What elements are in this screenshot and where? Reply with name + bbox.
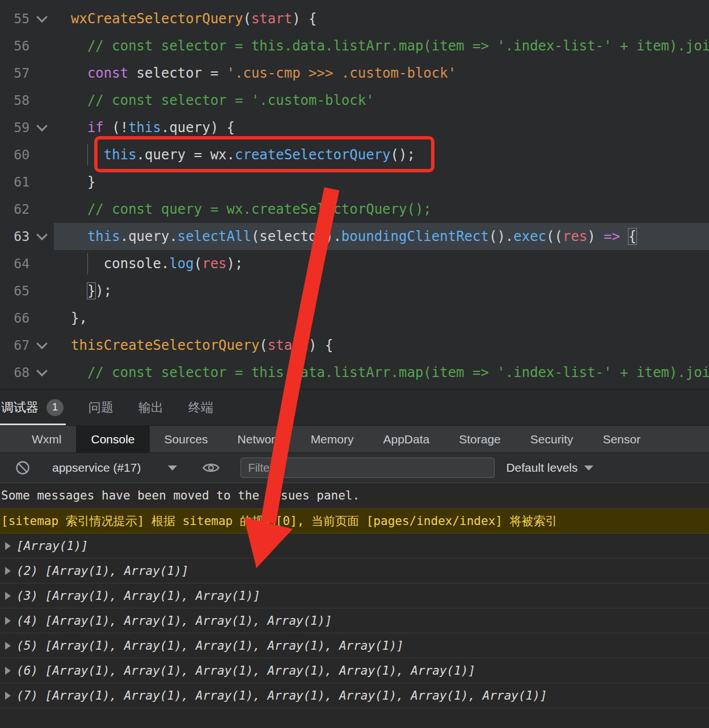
tab-console[interactable]: Console xyxy=(76,426,149,452)
debugger-tab-3[interactable]: 终端 xyxy=(188,390,213,425)
expand-triangle-icon[interactable] xyxy=(5,667,11,675)
code-text: this.query.selectAll(selector).boundingC… xyxy=(54,223,709,250)
console-message: Some messages have been moved to the Iss… xyxy=(0,483,709,509)
line-number: 60 xyxy=(0,141,29,168)
console-message[interactable]: (3) [Array(1), Array(1), Array(1)] xyxy=(0,583,709,608)
code-line[interactable]: 55wxCreateSelectorQuery(start) { xyxy=(0,5,709,32)
code-text: const selector = '.cus-cmp >>> .custom-b… xyxy=(54,60,709,87)
code-line[interactable]: 67thisCreateSelectorQuery(start) { xyxy=(0,332,709,359)
expand-triangle-icon[interactable] xyxy=(5,567,11,575)
fold-chevron-icon[interactable] xyxy=(29,332,54,359)
log-level-dropdown[interactable]: Default levels xyxy=(506,461,593,475)
code-text: } xyxy=(54,168,709,196)
code-line[interactable]: 63 this.query.selectAll(selector).boundi… xyxy=(0,223,709,250)
log-level-label: Default levels xyxy=(506,461,577,475)
context-selector-label: appservice (#17) xyxy=(52,461,141,475)
line-number: 56 xyxy=(0,32,29,60)
fold-spacer xyxy=(29,277,54,304)
console-output: Some messages have been moved to the Iss… xyxy=(0,483,709,728)
console-message-text: (5) [Array(1), Array(1), Array(1), Array… xyxy=(16,639,404,653)
context-selector-dropdown[interactable]: appservice (#17) xyxy=(52,461,177,475)
fold-chevron-icon[interactable] xyxy=(29,223,54,250)
line-number: 57 xyxy=(0,60,29,87)
code-line[interactable]: 62 // const query = wx.createSelectorQue… xyxy=(0,196,709,223)
expand-triangle-icon[interactable] xyxy=(5,592,11,600)
expand-triangle-icon[interactable] xyxy=(5,642,11,650)
code-editor[interactable]: 55wxCreateSelectorQuery(start) {56 // co… xyxy=(0,0,709,389)
console-message-text: (2) [Array(1), Array(1)] xyxy=(16,564,188,578)
console-message[interactable]: (4) [Array(1), Array(1), Array(1), Array… xyxy=(0,608,709,633)
code-text: // const selector = this.data.listArr.ma… xyxy=(54,32,709,60)
expand-triangle-icon[interactable] xyxy=(5,617,11,625)
tab-wxml[interactable]: Wxml xyxy=(17,426,76,452)
code-text: if (!this.query) { xyxy=(54,114,709,141)
fold-spacer xyxy=(29,196,54,223)
debugger-tab-label: 问题 xyxy=(88,399,113,416)
console-message-text: (3) [Array(1), Array(1), Array(1)] xyxy=(16,589,260,603)
fold-spacer xyxy=(29,168,54,196)
console-message-text: Some messages have been moved to the Iss… xyxy=(1,489,360,502)
line-number: 55 xyxy=(0,5,29,32)
fold-spacer xyxy=(29,87,54,114)
console-message-text: [Array(1)] xyxy=(16,539,88,553)
expand-triangle-icon[interactable] xyxy=(5,692,11,700)
code-line[interactable]: 56 // const selector = this.data.listArr… xyxy=(0,32,709,60)
tab-sources[interactable]: Sources xyxy=(150,426,223,452)
code-text: this.query = wx.createSelectorQuery(); xyxy=(54,141,709,168)
fold-spacer xyxy=(29,60,54,87)
devtools-tabbar: WxmlConsoleSourcesNetworkMemoryAppDataSt… xyxy=(0,425,709,452)
eye-icon[interactable] xyxy=(202,461,220,475)
fold-chevron-icon[interactable] xyxy=(29,5,54,32)
fold-spacer xyxy=(29,32,54,60)
line-number: 68 xyxy=(0,359,29,386)
code-line[interactable]: 68 // const selector = this.data.listArr… xyxy=(0,359,709,386)
debugger-tab-0[interactable]: 调试器1 xyxy=(1,390,64,425)
tab-memory[interactable]: Memory xyxy=(296,426,369,452)
code-line[interactable]: 57 const selector = '.cus-cmp >>> .custo… xyxy=(0,60,709,87)
console-message[interactable]: (5) [Array(1), Array(1), Array(1), Array… xyxy=(0,633,709,658)
line-number: 63 xyxy=(0,223,29,250)
code-line[interactable]: 59 if (!this.query) { xyxy=(0,114,709,141)
console-message[interactable]: (2) [Array(1), Array(1)] xyxy=(0,558,709,583)
clear-console-icon[interactable] xyxy=(15,460,31,476)
code-text: wxCreateSelectorQuery(start) { xyxy=(54,5,709,32)
tab-security[interactable]: Security xyxy=(516,426,588,452)
code-text: // const selector = '.custom-block' xyxy=(54,87,709,114)
tab-network[interactable]: Network xyxy=(223,426,296,452)
debugger-tab-label: 终端 xyxy=(188,399,213,416)
debugger-tabbar: 调试器1问题输出终端 xyxy=(0,389,709,425)
code-line[interactable]: 60 this.query = wx.createSelectorQuery()… xyxy=(0,141,709,168)
code-text: // const query = wx.createSelectorQuery(… xyxy=(54,196,709,223)
tab-sensor[interactable]: Sensor xyxy=(588,426,656,452)
code-line[interactable]: 61 } xyxy=(0,168,709,196)
console-toolbar: appservice (#17) Default levels xyxy=(0,452,709,483)
console-message-text: (4) [Array(1), Array(1), Array(1), Array… xyxy=(16,614,332,628)
console-message-text: (6) [Array(1), Array(1), Array(1), Array… xyxy=(16,664,475,678)
code-text: }); xyxy=(54,277,709,304)
console-message: [sitemap 索引情况提示] 根据 sitemap 的规则[0], 当前页面… xyxy=(0,509,709,534)
tab-storage[interactable]: Storage xyxy=(444,426,516,452)
debugger-tab-1[interactable]: 问题 xyxy=(88,390,113,425)
console-message[interactable]: (7) [Array(1), Array(1), Array(1), Array… xyxy=(0,683,709,708)
tab-appdata[interactable]: AppData xyxy=(368,426,444,452)
console-message[interactable]: [Array(1)] xyxy=(0,534,709,558)
line-number: 58 xyxy=(0,87,29,114)
console-message[interactable]: (6) [Array(1), Array(1), Array(1), Array… xyxy=(0,658,709,683)
fold-chevron-icon[interactable] xyxy=(29,359,54,386)
fold-spacer xyxy=(29,141,54,168)
debugger-tab-2[interactable]: 输出 xyxy=(138,390,163,425)
line-number: 67 xyxy=(0,332,29,359)
fold-chevron-icon[interactable] xyxy=(29,114,54,141)
code-line[interactable]: 65 }); xyxy=(0,277,709,304)
wechat-devtools-debugger-window: 55wxCreateSelectorQuery(start) {56 // co… xyxy=(0,0,709,728)
message-count-badge: 1 xyxy=(47,399,64,416)
code-text: }, xyxy=(54,304,709,332)
console-message-text: (7) [Array(1), Array(1), Array(1), Array… xyxy=(16,689,547,702)
code-line[interactable]: 58 // const selector = '.custom-block' xyxy=(0,87,709,114)
expand-triangle-icon[interactable] xyxy=(5,542,11,550)
code-line[interactable]: 64 console.log(res); xyxy=(0,250,709,277)
fold-spacer xyxy=(29,250,54,277)
line-number: 62 xyxy=(0,196,29,223)
code-line[interactable]: 66}, xyxy=(0,304,709,332)
filter-input[interactable] xyxy=(240,458,495,478)
